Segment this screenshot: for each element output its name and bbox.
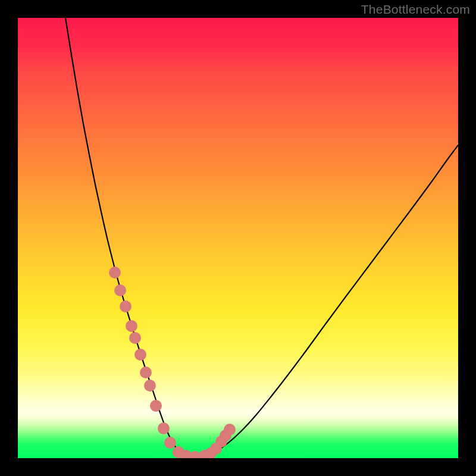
scatter-dot [126,320,137,332]
curve-layer [18,18,458,458]
scatter-dot [114,284,126,296]
plot-area [18,18,458,458]
watermark-text: TheBottleneck.com [361,2,470,17]
scatter-dot [158,422,170,434]
scatter-dot [144,380,156,392]
scatter-dot [109,267,121,278]
scatter-dot [120,300,131,312]
bottleneck-curve [65,18,458,457]
scatter-dot [134,349,146,361]
scatter-dots [109,267,236,458]
chart-frame: TheBottleneck.com [0,0,476,476]
scatter-dot [129,332,141,344]
scatter-dot [150,400,162,412]
scatter-dot [224,424,236,436]
scatter-dot [140,367,152,378]
scatter-dot [164,437,176,449]
